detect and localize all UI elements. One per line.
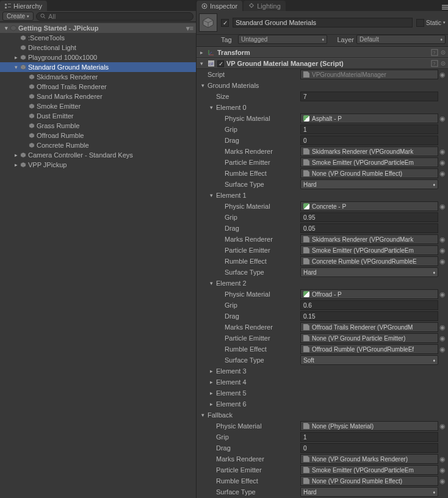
object-reference-field[interactable]: None (VP Ground Particle Emitter) bbox=[300, 333, 438, 343]
component-enabled-checkbox[interactable]: ✓ bbox=[217, 60, 224, 67]
number-field[interactable]: 1 bbox=[300, 125, 438, 134]
object-reference-field[interactable]: Smoke Emitter (VPGroundParticleEm bbox=[300, 157, 438, 167]
object-picker-icon[interactable]: ◉ bbox=[439, 422, 446, 430]
element-foldout[interactable]: ▾ Element 0 bbox=[197, 102, 448, 113]
object-reference-field[interactable]: Skidmarks Renderer (VPGroundMark bbox=[300, 146, 438, 156]
foldout-icon[interactable]: ▸ bbox=[12, 54, 20, 60]
hierarchy-item[interactable]: :SceneTools bbox=[0, 33, 196, 43]
foldout-icon[interactable]: ▾ bbox=[12, 64, 20, 70]
object-picker-icon[interactable]: ◉ bbox=[439, 290, 446, 298]
inspector-tab[interactable]: Inspector bbox=[197, 1, 242, 11]
hierarchy-item[interactable]: Skidmarks Renderer bbox=[0, 72, 196, 82]
object-reference-field[interactable]: None (VP Ground Rumble Effect) bbox=[300, 168, 438, 178]
object-reference-field[interactable]: Offroad Rumble (VPGroundRumbleEf bbox=[300, 344, 438, 354]
layer-dropdown[interactable]: Default♦ bbox=[356, 35, 446, 44]
number-field[interactable]: 0.05 bbox=[300, 223, 438, 233]
object-reference-field[interactable]: Skidmarks Renderer (VPGroundMark bbox=[300, 234, 438, 244]
number-field[interactable]: 0.6 bbox=[300, 300, 438, 310]
hierarchy-tree[interactable]: ▾ Getting Started - JPickup ▾≡ :SceneToo… bbox=[0, 22, 196, 498]
object-reference-field[interactable]: Smoke Emitter (VPGroundParticleEm bbox=[300, 245, 438, 255]
panel-menu-icon[interactable] bbox=[439, 4, 448, 11]
chevron-down-icon[interactable]: ▾ bbox=[443, 20, 446, 25]
object-reference-field[interactable]: Concrete - P bbox=[300, 201, 438, 211]
object-picker-icon[interactable]: ◉ bbox=[439, 236, 446, 244]
object-picker-icon[interactable]: ◉ bbox=[439, 159, 446, 167]
transform-component-header[interactable]: ▸ Transform ? bbox=[197, 47, 448, 58]
hierarchy-item[interactable]: Sand Marks Renderer bbox=[0, 92, 196, 101]
element-foldout[interactable]: ▸ Element 5 bbox=[197, 388, 448, 399]
element-foldout[interactable]: ▸ Element 3 bbox=[197, 366, 448, 377]
enum-dropdown[interactable]: Hard♦ bbox=[300, 267, 438, 277]
element-foldout[interactable]: ▸ Element 4 bbox=[197, 377, 448, 388]
ground-material-component-header[interactable]: ▾ c# ✓ VP Ground Material Manager (Scrip… bbox=[197, 58, 448, 69]
object-reference-field[interactable]: Concrete Rumble (VPGroundRumbleE bbox=[300, 256, 438, 266]
object-picker-icon[interactable]: ◉ bbox=[439, 71, 446, 79]
element-foldout[interactable]: ▾ Element 2 bbox=[197, 278, 448, 289]
property-row: Marks Renderer None (VP Ground Marks Ren… bbox=[197, 453, 448, 464]
hierarchy-tab[interactable]: Hierarchy bbox=[0, 1, 47, 11]
static-checkbox[interactable] bbox=[416, 19, 424, 27]
object-reference-field[interactable]: None (VP Ground Rumble Effect) bbox=[300, 476, 438, 486]
enum-dropdown[interactable]: Hard♦ bbox=[300, 179, 438, 189]
gear-icon[interactable] bbox=[439, 60, 447, 67]
number-field[interactable]: 0.95 bbox=[300, 212, 438, 222]
object-picker-icon[interactable]: ◉ bbox=[439, 477, 446, 485]
object-picker-icon[interactable]: ◉ bbox=[439, 345, 446, 353]
scene-menu-icon[interactable]: ▾≡ bbox=[186, 24, 196, 32]
object-reference-field[interactable]: None (Physic Material) bbox=[300, 421, 438, 431]
element-foldout[interactable]: ▾ Element 1 bbox=[197, 190, 448, 201]
hierarchy-item[interactable]: Directional Light bbox=[0, 43, 196, 52]
number-field[interactable]: 1 bbox=[300, 432, 438, 442]
foldout-icon[interactable]: ▸ bbox=[12, 162, 20, 168]
object-picker-icon[interactable]: ◉ bbox=[439, 148, 446, 156]
object-reference-field[interactable]: Offroad - P bbox=[300, 289, 438, 299]
object-picker-icon[interactable]: ◉ bbox=[439, 203, 446, 211]
scene-root-row[interactable]: ▾ Getting Started - JPickup ▾≡ bbox=[0, 23, 196, 33]
gear-icon[interactable] bbox=[439, 49, 447, 56]
number-field[interactable]: 0 bbox=[300, 443, 438, 453]
object-reference-field[interactable]: Asphalt - P bbox=[300, 114, 438, 123]
object-reference-field[interactable]: Smoke Emitter (VPGroundParticleEm bbox=[300, 465, 438, 475]
foldout-icon[interactable]: ▸ bbox=[12, 152, 20, 158]
hierarchy-item[interactable]: Smoke Emitter bbox=[0, 101, 196, 111]
ground-materials-foldout[interactable]: ▾ Ground Materials bbox=[197, 80, 448, 91]
object-name-field[interactable]: Standard Ground Materials bbox=[233, 18, 413, 27]
hierarchy-item[interactable]: ▸ Camera Controller - Standard Keys bbox=[0, 150, 196, 160]
object-reference-field[interactable]: None (VP Ground Marks Renderer) bbox=[300, 454, 438, 464]
hierarchy-item[interactable]: Grass Rumble bbox=[0, 121, 196, 131]
lighting-tab[interactable]: Lighting bbox=[244, 1, 286, 11]
hierarchy-item[interactable]: Dust Emitter bbox=[0, 111, 196, 121]
object-picker-icon[interactable]: ◉ bbox=[439, 170, 446, 178]
object-picker-icon[interactable]: ◉ bbox=[439, 334, 446, 342]
hierarchy-item[interactable]: Concrete Rumble bbox=[0, 140, 196, 150]
hierarchy-search-input[interactable]: All bbox=[36, 12, 193, 21]
number-field[interactable]: 0 bbox=[300, 135, 438, 145]
object-picker-icon[interactable]: ◉ bbox=[439, 466, 446, 474]
object-picker-icon[interactable]: ◉ bbox=[439, 115, 446, 123]
gameobject-icon[interactable] bbox=[199, 13, 217, 32]
property-label: Particle Emitter bbox=[223, 159, 270, 166]
object-picker-icon[interactable]: ◉ bbox=[439, 247, 446, 254]
object-picker-icon[interactable]: ◉ bbox=[439, 455, 446, 463]
object-picker-icon[interactable]: ◉ bbox=[439, 323, 446, 331]
create-button[interactable]: Create ▾ bbox=[2, 12, 34, 21]
hierarchy-item[interactable]: Offroad Trails Renderer bbox=[0, 82, 196, 92]
hierarchy-item[interactable]: Offroad Rumble bbox=[0, 131, 196, 140]
enum-dropdown[interactable]: Hard♦ bbox=[300, 487, 438, 497]
element-foldout[interactable]: ▸ Element 6 bbox=[197, 399, 448, 410]
number-field[interactable]: 7 bbox=[300, 92, 438, 101]
inspector-header: ✓ Standard Ground Materials Static ▾ bbox=[197, 11, 448, 35]
help-icon[interactable]: ? bbox=[431, 49, 438, 56]
object-picker-icon[interactable]: ◉ bbox=[439, 258, 446, 265]
help-icon[interactable]: ? bbox=[431, 60, 438, 67]
fallback-foldout[interactable]: ▾ Fallback bbox=[197, 410, 448, 420]
active-checkbox[interactable]: ✓ bbox=[221, 19, 229, 27]
tag-dropdown[interactable]: Untagged♦ bbox=[238, 35, 327, 44]
hierarchy-item[interactable]: ▸ VPP JPickup bbox=[0, 160, 196, 170]
static-toggle[interactable]: Static ▾ bbox=[416, 19, 446, 27]
number-field[interactable]: 0.15 bbox=[300, 311, 438, 321]
enum-dropdown[interactable]: Soft♦ bbox=[300, 355, 438, 365]
hierarchy-item[interactable]: ▸ Playground 1000x1000 bbox=[0, 52, 196, 62]
object-reference-field[interactable]: Offroad Trails Renderer (VPGroundM bbox=[300, 322, 438, 332]
hierarchy-item[interactable]: ▾ Standard Ground Materials bbox=[0, 62, 196, 72]
